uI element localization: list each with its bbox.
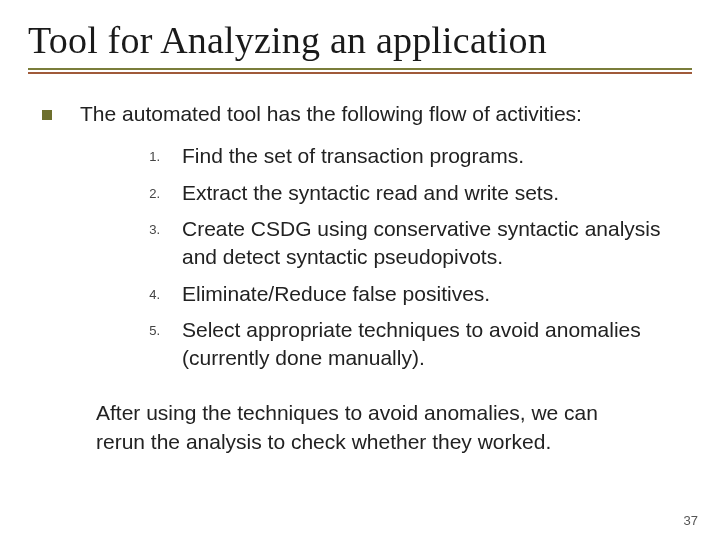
step-number: 3 bbox=[146, 215, 160, 272]
list-item: 2 Extract the syntactic read and write s… bbox=[146, 179, 676, 207]
lead-row: The automated tool has the following flo… bbox=[42, 100, 684, 128]
steps-list: 1 Find the set of transaction programs. … bbox=[36, 142, 684, 372]
divider-olive bbox=[28, 68, 692, 70]
step-text: Create CSDG using conservative syntactic… bbox=[182, 215, 676, 272]
slide-body: The automated tool has the following flo… bbox=[28, 74, 692, 457]
square-bullet-icon bbox=[42, 110, 52, 120]
closing-text: After using the techniques to avoid anom… bbox=[96, 399, 624, 457]
list-item: 3 Create CSDG using conservative syntact… bbox=[146, 215, 676, 272]
step-number: 4 bbox=[146, 280, 160, 308]
step-number: 1 bbox=[146, 142, 160, 170]
list-item: 5 Select appropriate techniques to avoid… bbox=[146, 316, 676, 373]
slide-title: Tool for Analyzing an application bbox=[28, 18, 692, 62]
list-item: 4 Eliminate/Reduce false positives. bbox=[146, 280, 676, 308]
page-number: 37 bbox=[684, 513, 698, 528]
step-text: Find the set of transaction programs. bbox=[182, 142, 676, 170]
step-number: 2 bbox=[146, 179, 160, 207]
slide: Tool for Analyzing an application The au… bbox=[0, 0, 720, 540]
lead-text: The automated tool has the following flo… bbox=[80, 100, 684, 128]
step-number: 5 bbox=[146, 316, 160, 373]
list-item: 1 Find the set of transaction programs. bbox=[146, 142, 676, 170]
step-text: Extract the syntactic read and write set… bbox=[182, 179, 676, 207]
step-text: Select appropriate techniques to avoid a… bbox=[182, 316, 676, 373]
step-text: Eliminate/Reduce false positives. bbox=[182, 280, 676, 308]
